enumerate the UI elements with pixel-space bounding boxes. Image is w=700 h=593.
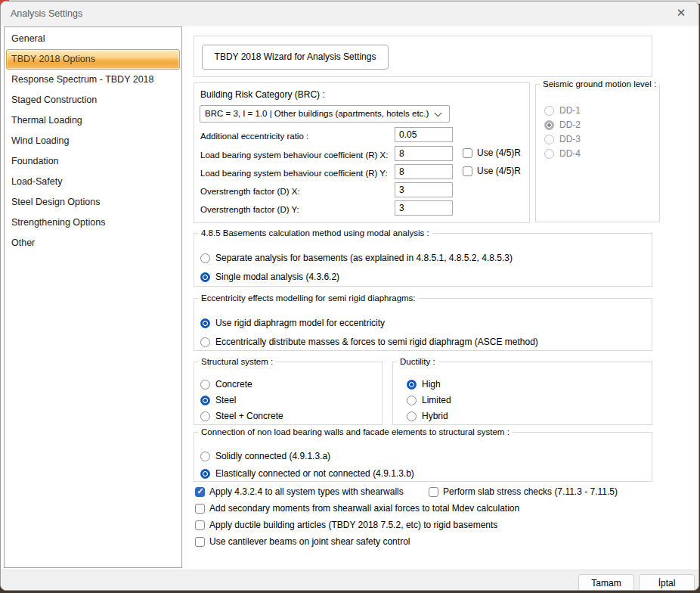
seismic-legend: Seismic ground motion level :: [540, 79, 659, 88]
eccentricity-ratio-label: Additional eccentricity ratio :: [200, 132, 308, 141]
overstrength-y-input[interactable]: [395, 200, 453, 216]
structural-system-legend: Structural system :: [198, 357, 276, 366]
radio-rigid-diaphragm-model[interactable]: Use rigid diaphragm model for eccentrici…: [200, 318, 385, 328]
use-45r-x-checkbox[interactable]: Use (4/5)R: [463, 147, 521, 158]
overstrength-x-label: Overstrength factor (D) X:: [200, 187, 300, 196]
apply-4324-checkbox[interactable]: Apply 4.3.2.4 to all system types with s…: [195, 486, 404, 497]
radio-ductility-limited[interactable]: Limited: [407, 395, 451, 405]
sidebar-item-response-spectrum[interactable]: Response Spectrum - TBDY 2018: [5, 70, 181, 90]
sidebar-item-load-safety[interactable]: Load-Safety: [5, 172, 181, 192]
brc-dropdown-value: BRC = 3, I = 1.0 | Other buildings (apar…: [205, 106, 432, 122]
radio-dd-1: DD-1: [544, 105, 581, 116]
secondary-moments-checkbox[interactable]: Add secondary moments from shearwall axi…: [195, 503, 519, 514]
connection-legend: Connection of non load bearing walls and…: [198, 427, 513, 436]
radio-dd-4: DD-4: [544, 148, 581, 159]
structural-system-group: Structural system : Concrete Steel Steel…: [194, 357, 383, 425]
overstrength-x-input[interactable]: [395, 182, 453, 197]
close-icon[interactable]: ✕: [667, 2, 695, 26]
brc-group: Building Risk Category (BRC) : BRC = 3, …: [194, 82, 530, 223]
r-coefficient-y-label: Load bearing system behaviour coefficien…: [200, 169, 388, 178]
radio-ductility-high[interactable]: High: [407, 379, 441, 390]
brc-dropdown[interactable]: BRC = 3, I = 1.0 | Other buildings (apar…: [200, 105, 450, 123]
sidebar-item-tbdy-2018-options[interactable]: TBDY 2018 Options: [6, 49, 180, 70]
radio-steel[interactable]: Steel: [200, 395, 236, 405]
overstrength-y-label: Overstrength factor (D) Y:: [200, 205, 299, 214]
basements-group: 4.8.5 Basements calculation method using…: [194, 228, 652, 287]
basements-legend: 4.8.5 Basements calculation method using…: [198, 228, 432, 238]
sidebar-item-general[interactable]: General: [5, 29, 181, 49]
radio-elastically-connected[interactable]: Elastically connected or not connected (…: [200, 468, 414, 479]
dialog-title: Analysis Settings: [11, 2, 82, 26]
cancel-button[interactable]: İptal: [639, 574, 695, 591]
radio-dd-3: DD-3: [544, 134, 581, 144]
sidebar-item-steel-design-options[interactable]: Steel Design Options: [5, 192, 181, 213]
r-coefficient-x-label: Load bearing system behaviour coefficien…: [200, 151, 388, 160]
sidebar-item-wind-loading[interactable]: Wind Loading: [5, 131, 181, 151]
radio-dd-2: DD-2: [544, 120, 581, 130]
ok-button[interactable]: Tamam: [578, 574, 634, 591]
use-45r-y-checkbox-box[interactable]: [463, 166, 472, 176]
radio-steel-concrete[interactable]: Steel + Concrete: [200, 411, 283, 421]
title-bar: Analysis Settings ✕: [1, 2, 698, 26]
brc-label: Building Risk Category (BRC) :: [200, 89, 325, 100]
analysis-settings-dialog: Analysis Settings ✕ General TBDY 2018 Op…: [0, 1, 699, 591]
use-45r-x-checkbox-box[interactable]: [463, 148, 472, 158]
ductile-building-articles-checkbox[interactable]: Apply ductile building articles (TBDY 20…: [195, 520, 497, 530]
sidebar: General TBDY 2018 Options Response Spect…: [4, 26, 182, 568]
slab-stress-checks-checkbox[interactable]: Perform slab stress checks (7.11.3 - 7.1…: [429, 486, 618, 497]
eccentricity-group: Eccentricity effects modelling for semi …: [194, 293, 652, 351]
sidebar-item-other[interactable]: Other: [5, 233, 181, 253]
tbdy-wizard-button[interactable]: TBDY 2018 Wizard for Analysis Settings: [202, 45, 389, 70]
r-coefficient-x-input[interactable]: [395, 146, 453, 161]
wizard-box: TBDY 2018 Wizard for Analysis Settings: [194, 36, 652, 77]
radio-concrete[interactable]: Concrete: [200, 379, 252, 390]
cantilever-beams-checkbox[interactable]: Use cantilever beams on joint shear safe…: [195, 536, 410, 547]
chevron-down-icon: [435, 110, 442, 117]
eccentricity-legend: Eccentricity effects modelling for semi …: [198, 293, 419, 303]
radio-separate-basement-analysis[interactable]: Separate analysis for basements (as expl…: [200, 253, 513, 263]
radio-solidly-connected[interactable]: Solidly connected (4.9.1.3.a): [200, 451, 330, 461]
radio-eccentric-distribute-masses[interactable]: Eccentrically distribute masses & forces…: [200, 337, 538, 347]
ductility-group: Ductility : High Limited Hybrid: [392, 357, 652, 425]
sidebar-item-strengthening-options[interactable]: Strengthening Options: [5, 213, 181, 233]
seismic-group: Seismic ground motion level : DD-1 DD-2 …: [535, 79, 660, 222]
eccentricity-ratio-input[interactable]: [395, 127, 453, 142]
ductility-legend: Ductility :: [397, 357, 438, 366]
connection-group: Connection of non load bearing walls and…: [194, 427, 652, 482]
radio-ductility-hybrid[interactable]: Hybrid: [407, 411, 448, 421]
use-45r-y-checkbox[interactable]: Use (4/5)R: [463, 166, 521, 176]
sidebar-item-thermal-loading[interactable]: Thermal Loading: [5, 110, 181, 131]
sidebar-item-foundation[interactable]: Foundation: [5, 151, 181, 172]
sidebar-item-staged-construction[interactable]: Staged Construction: [5, 90, 181, 110]
radio-single-modal-analysis[interactable]: Single modal analysis (4.3.6.2): [200, 272, 339, 282]
r-coefficient-y-input[interactable]: [395, 164, 453, 179]
